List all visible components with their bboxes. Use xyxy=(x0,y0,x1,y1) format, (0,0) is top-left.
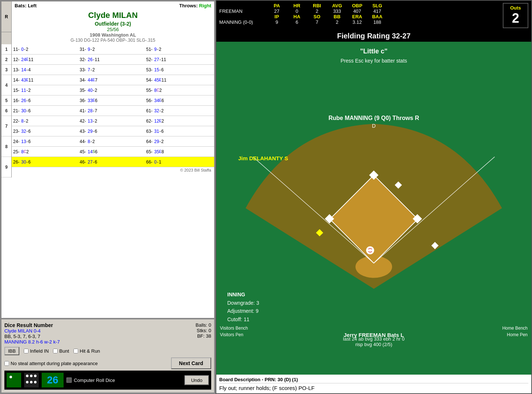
computer-roll-label: Computer Roll Dice xyxy=(74,378,115,383)
card-row-8b: 24-13-6 44-8-2 64-29-2 xyxy=(12,136,214,147)
stat-headers: PA HR RBI AVG OBP SLG xyxy=(219,3,500,8)
pitcher-headers: IP HA SO BB ERA BAA xyxy=(219,14,500,19)
card-row-8a: 23-32-6 43-29-6 63-31-6 xyxy=(12,126,214,136)
dice-counts: Balls: 0 Stks: 0 BF: 38 xyxy=(195,322,211,345)
card-row-5: 15-11-2 35-40-2 55-8C 2 xyxy=(12,85,214,95)
bunt-checkbox[interactable] xyxy=(53,349,58,353)
outs-label: Outs xyxy=(510,5,521,11)
hit-run-label: Hit & Run xyxy=(80,348,100,354)
next-card-button[interactable]: Next Card xyxy=(171,357,211,369)
outs-box: Outs 2 xyxy=(503,3,528,28)
svg-point-3 xyxy=(356,256,392,278)
fielding-rating-bar: Fielding Rating 32-27 xyxy=(216,30,531,42)
hit-run-checkbox-group[interactable]: Hit & Run xyxy=(73,348,100,354)
no-steal-checkbox-group[interactable]: No steal attempt during plate appearance xyxy=(4,361,98,366)
bats-value: Left xyxy=(28,3,37,8)
undo-button[interactable]: Undo xyxy=(185,375,209,385)
balls-count: Balls: 0 xyxy=(195,322,211,328)
field-svg xyxy=(216,42,531,375)
stks-count: Stks: 0 xyxy=(197,328,211,333)
bf-count: BF: 38 xyxy=(197,333,211,339)
board-desc-text: Fly out; runner holds; (F scores) PO-LF xyxy=(219,385,528,391)
player-stats-line: G-130 DG-122 PA-540 OBP-.301 SLG-.315 xyxy=(12,38,214,44)
computer-roll-checkbox-visual xyxy=(66,378,72,383)
board-desc-section: Board Description - PRN: 30 (D) (1) Fly … xyxy=(216,375,531,393)
player-record: 25/56 xyxy=(12,27,214,32)
card-row-3: 13-14-4 33-7-2 53-15-6 xyxy=(12,65,214,75)
card-row-6: 16-26-6 36-33E 6 56-34E 6 xyxy=(12,95,214,106)
infield-in-checkbox[interactable] xyxy=(24,349,28,353)
card-row-2: 12-24E 11 32-26- 11 52-27- 11 xyxy=(12,55,214,65)
dice-batter-line: Clyde MILAN 0-4 xyxy=(4,328,60,334)
computer-roll-area: Computer Roll Dice xyxy=(66,378,115,383)
board-desc-title: Board Description - PRN: 30 (D) (1) xyxy=(219,377,528,383)
card-row-1: 11-0-2 31-9-2 51-9-2 xyxy=(12,44,214,55)
throws-value: Right xyxy=(199,3,211,8)
bunt-label: Bunt xyxy=(59,348,69,354)
svg-point-14 xyxy=(366,246,374,254)
row-numbers-column: 1 2 3 4 5 6 7 8 9 xyxy=(1,44,12,177)
dice-bb-line: BB, 5-3, 7, 6-3, 7 xyxy=(4,334,60,339)
dice-pitcher-line: MANNING 8.2 h-6 w-2 k-7 xyxy=(4,339,60,345)
bats-label: Bats: Left xyxy=(15,3,37,8)
dice-display-row: 26 Computer Roll Dice Undo xyxy=(4,371,211,390)
card-row-4: 14-43E 11 34-44E 7 54-45E 11 xyxy=(12,75,214,85)
card-row-9b: 26-30-6 46-27-6 66-0-1 xyxy=(12,157,214,167)
black-die-6 xyxy=(24,373,39,387)
outs-number: 2 xyxy=(512,11,519,26)
infield-in-checkbox-group[interactable]: Infield IN xyxy=(24,348,49,354)
card-row-7b: 22-8-2 42-13-2 62-12E 2 xyxy=(12,116,214,126)
no-steal-label: No steal attempt during plate appearance xyxy=(11,361,98,366)
card-row-7a: 21-30-6 41-28-7 61-32-2 xyxy=(12,106,214,116)
hit-run-checkbox[interactable] xyxy=(73,349,78,353)
player-name: Clyde MILAN xyxy=(12,10,214,21)
dice-result-title: Dice Result Number xyxy=(4,322,60,328)
throws-label: Throws: Right xyxy=(179,3,211,8)
pitcher-values-row: MANNING (0-0) 9 6 7 2 3.12 188 xyxy=(219,19,500,25)
no-steal-checkbox[interactable] xyxy=(4,361,9,366)
scoreboard: PA HR RBI AVG OBP SLG FREEMAN 27 0 2 333… xyxy=(216,1,531,30)
batter-name: FREEMAN xyxy=(219,8,267,14)
field-display: "Little c" Press Esc key for batter stat… xyxy=(216,42,531,375)
svg-point-2 xyxy=(363,221,385,236)
dice-number-display: 26 xyxy=(42,373,64,387)
copyright: © 2023 Bill Staffa xyxy=(12,167,214,173)
row-header-r: R xyxy=(1,1,12,32)
ibb-button[interactable]: IBB xyxy=(4,347,19,355)
batter-values-row: FREEMAN 27 0 2 333 407 417 xyxy=(219,8,500,14)
batter-stats-table: PA HR RBI AVG OBP SLG FREEMAN 27 0 2 333… xyxy=(219,3,500,28)
infield-in-label: Infield IN xyxy=(30,348,49,354)
bottom-panel: Dice Result Number Clyde MILAN 0-4 BB, 5… xyxy=(1,319,215,393)
player-team: 1908 Washington AL xyxy=(12,32,214,38)
card-row-9a: 25-8C 2 45-14S 6 65-35E 8 xyxy=(12,147,214,157)
green-die-1 xyxy=(7,373,21,387)
player-position: Outfielder (3-2) xyxy=(12,21,214,27)
card-rows: 11-0-2 31-9-2 51-9-2 12-24E 11 xyxy=(12,44,214,177)
bunt-checkbox-group[interactable]: Bunt xyxy=(53,348,69,354)
pitcher-name: MANNING (0-0) xyxy=(219,19,267,25)
